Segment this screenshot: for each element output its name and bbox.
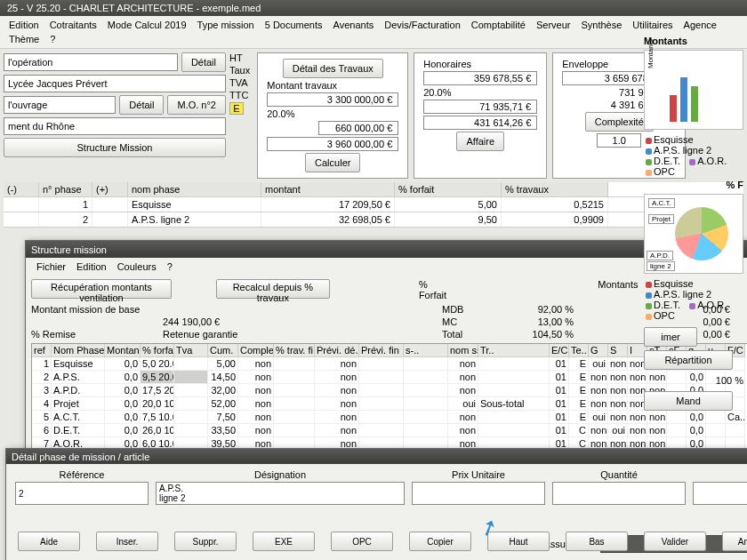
phase-table: (-)n° phase(+)nom phasemontant% forfait%…	[4, 182, 743, 228]
travaux-ttc: 3 960 000,00 €	[267, 137, 398, 151]
honoraires-taux: 20.0%	[423, 87, 537, 98]
operation-panel: Détail Détail M.O. n°2 Structure Mission	[4, 52, 226, 179]
menu-edition[interactable]: Edition	[4, 18, 44, 32]
menu-[interactable]: ?	[44, 32, 60, 46]
window-titlebar: 25 - V 25.20 - CHARLET ARCHITECTURE - ex…	[0, 0, 747, 16]
pie-chart: A.C.T. Projet A.P.D. ligne 2	[644, 194, 743, 274]
detail-dialog-title: Détail phase de mission / article	[12, 452, 149, 462]
designation-field[interactable]: A.P.S. ligne 2	[156, 482, 405, 505]
bar-chart: Montants	[644, 50, 743, 130]
detail-travaux-button[interactable]: Détail des Travaux	[283, 59, 383, 78]
imer-button[interactable]: imer	[644, 327, 697, 347]
mo-button[interactable]: M.O. n°2	[167, 95, 226, 115]
structure-mission-button[interactable]: Structure Mission	[4, 138, 226, 157]
bottom-toolbar: AideInser.Suppr.EXEOPCCopierHautBasValid…	[18, 532, 747, 551]
dialog-menubar: FichierEditionCouleurs?	[26, 258, 747, 276]
annuler-button[interactable]: Annuler	[722, 532, 747, 551]
suppr-button[interactable]: Suppr.	[174, 532, 237, 551]
chart-legend-2: Esquisse A.P.S. ligne 2 D.E.T. A.O.R. OP…	[644, 277, 743, 324]
detail-button[interactable]: Détail	[181, 52, 226, 72]
affaire-button[interactable]: Affaire	[456, 132, 504, 151]
recup-ventilation-button[interactable]: Récupération montants ventilation	[31, 279, 172, 299]
menu-comptabilit[interactable]: Comptabilité	[466, 18, 531, 32]
aide-button[interactable]: Aide	[18, 532, 80, 551]
inser-button[interactable]: Inser.	[96, 532, 158, 551]
menu-modecalcul2019[interactable]: Mode Calcul 2019	[102, 18, 192, 32]
menu-thme[interactable]: Thème	[4, 32, 44, 46]
montant-travaux-value: 3 300 000,00 €	[267, 92, 398, 107]
montants-title: Montants	[644, 36, 743, 46]
opc-button[interactable]: OPC	[331, 532, 393, 551]
honoraires-ttc: 431 614,26 €	[423, 116, 537, 130]
recalcul-button[interactable]: Recalcul depuis % travaux	[216, 279, 330, 299]
operation-field[interactable]	[4, 53, 178, 71]
menu-utilitaires[interactable]: Utilitaires	[627, 18, 678, 32]
copier-button[interactable]: Copier	[409, 532, 471, 551]
menu-serveur[interactable]: Serveur	[531, 18, 576, 32]
menu-agence[interactable]: Agence	[679, 18, 722, 32]
honoraires-ht: 359 678,55 €	[423, 71, 537, 85]
exe-button[interactable]: EXE	[253, 532, 315, 551]
unite-field[interactable]	[693, 482, 747, 505]
complexite-value: 1.0	[597, 133, 641, 148]
mand-button[interactable]: Mand	[644, 391, 733, 411]
travaux-tva: 660 000,00 €	[318, 121, 398, 135]
lycee-field[interactable]	[4, 75, 226, 92]
pct-label: 100 %	[644, 375, 743, 386]
haut-button[interactable]: Haut	[487, 532, 550, 551]
window-title: 25 - V 25.20 - CHARLET ARCHITECTURE - ex…	[7, 3, 261, 13]
bas-button[interactable]: Bas	[566, 532, 628, 551]
rhone-field[interactable]	[4, 117, 226, 135]
table-row[interactable]: 1Esquisse17 209,50 €5,000,5215	[4, 197, 743, 212]
menu-5documents[interactable]: 5 Documents	[260, 18, 328, 32]
menu-synthse[interactable]: Synthèse	[575, 18, 627, 32]
detail-ouvrage-button[interactable]: Détail	[119, 95, 164, 115]
table-row[interactable]: 2A.P.S. ligne 232 698,05 €9,500,9909	[4, 212, 743, 228]
structure-mission-dialog: Structure mission — ▢ ✕ FichierEditionCo…	[25, 240, 747, 469]
quantite-field[interactable]	[552, 482, 686, 505]
calculer-button[interactable]: Calculer	[305, 153, 360, 172]
prix-field[interactable]	[412, 482, 545, 505]
menu-cotraitants[interactable]: Cotraitants	[44, 18, 102, 32]
ouvrage-field[interactable]	[4, 96, 116, 114]
menu-devisfacturation[interactable]: Devis/Facturation	[379, 18, 466, 32]
honoraires-tva: 71 935,71 €	[423, 100, 537, 114]
grid-row[interactable]: 6D.E.T.0,026,0 10.033,50nonnonnon01Cnono…	[32, 424, 747, 437]
travaux-taux: 20.0%	[267, 108, 398, 119]
honoraires-label: Honoraires	[423, 59, 537, 69]
travaux-panel: Détail des Travaux Montant travaux 3 300…	[257, 52, 408, 179]
menubar: EditionCotraitantsMode Calcul 2019Type m…	[0, 16, 747, 49]
reference-field[interactable]	[15, 482, 149, 505]
honoraires-panel: Honoraires 359 678,55 € 20.0% 71 935,71 …	[414, 52, 547, 179]
pf-title: % F	[644, 180, 743, 190]
tax-column: HTTauxTVATTCE	[229, 52, 253, 179]
dialog-title: Structure mission	[31, 244, 107, 255]
chart-legend-1: Esquisse A.P.S. ligne 2 D.E.T. A.O.R. OP…	[644, 133, 743, 180]
right-sidebar: Montants Montants Esquisse A.P.S. ligne …	[640, 32, 747, 414]
menu-avenants[interactable]: Avenants	[328, 18, 380, 32]
repartition-button[interactable]: Répartition	[644, 350, 733, 370]
montant-travaux-label: Montant travaux	[267, 80, 398, 91]
valider-button[interactable]: Valider	[644, 532, 706, 551]
menu-typemission[interactable]: Type mission	[192, 18, 260, 32]
